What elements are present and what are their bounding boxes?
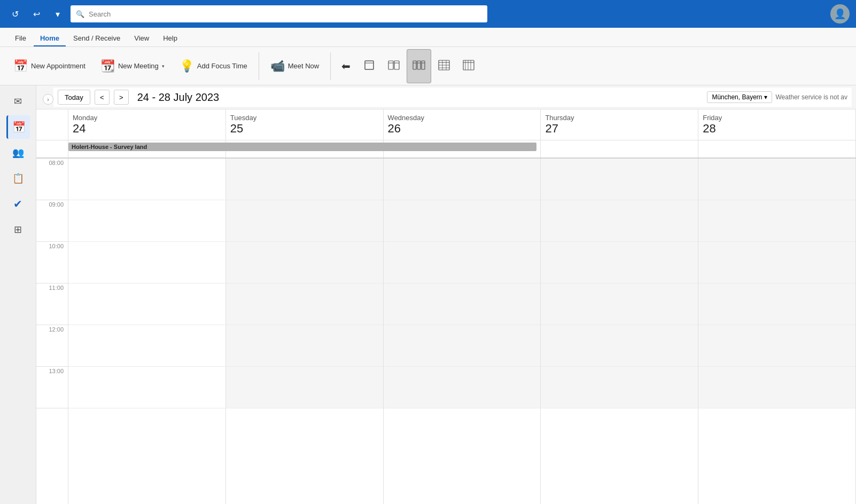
- undo-button[interactable]: ↩: [28, 5, 45, 22]
- days-cols: [68, 159, 856, 504]
- slot-thu-1000[interactable]: [541, 242, 698, 284]
- slot-tue-1100[interactable]: [226, 284, 383, 325]
- sidebar-item-tasks[interactable]: 📋: [6, 167, 30, 190]
- time-label-900: 09:00: [36, 200, 68, 242]
- week-view-button[interactable]: [407, 49, 431, 83]
- slot-tue-1300[interactable]: [226, 367, 383, 408]
- slot-mon-1100[interactable]: [68, 284, 225, 325]
- quick-access-dropdown[interactable]: ▾: [49, 5, 66, 22]
- day-header-wednesday: Wednesday 26: [384, 109, 541, 140]
- new-appointment-button[interactable]: 📅 New Appointment: [6, 49, 92, 83]
- avatar[interactable]: 👤: [830, 4, 850, 23]
- search-input[interactable]: [89, 10, 482, 18]
- new-meeting-button[interactable]: 📆 New Meeting ▾: [94, 49, 172, 83]
- time-label-1100: 11:00: [36, 284, 68, 325]
- cal-header: Today < > 24 - 28 July 2023 München, Bay…: [53, 88, 852, 107]
- work-week-icon: [388, 60, 400, 72]
- slot-thu-800[interactable]: [541, 159, 698, 200]
- slot-wed-900[interactable]: [384, 200, 541, 242]
- meet-now-icon: 📹: [270, 59, 285, 73]
- slot-tue-1000[interactable]: [226, 242, 383, 284]
- sidebar-item-apps[interactable]: ⊞: [6, 218, 30, 241]
- time-label-800: 08:00: [36, 159, 68, 200]
- day-col-wednesday: [384, 159, 541, 504]
- location-dropdown-icon: ▾: [764, 93, 767, 101]
- slot-thu-1100[interactable]: [541, 284, 698, 325]
- week-icon: [413, 60, 425, 72]
- slot-tue-900[interactable]: [226, 200, 383, 242]
- time-label-1200: 12:00: [36, 325, 68, 367]
- view-btn-group: ⬅: [335, 49, 480, 83]
- new-meeting-icon: 📆: [100, 59, 115, 73]
- work-week-view-button[interactable]: [382, 49, 406, 83]
- slot-thu-1300[interactable]: [541, 367, 698, 408]
- menu-view[interactable]: View: [128, 31, 155, 46]
- slot-fri-900[interactable]: [698, 200, 855, 242]
- sidebar-item-mail[interactable]: ✉: [6, 90, 30, 113]
- menu-help[interactable]: Help: [157, 31, 184, 46]
- slot-wed-1300[interactable]: [384, 367, 541, 408]
- allday-row: Holert-House - Survey land: [36, 140, 856, 159]
- sidebar-item-todo[interactable]: ✔: [6, 192, 30, 216]
- search-icon: 🔍: [76, 10, 84, 18]
- location-button[interactable]: München, Bayern ▾: [707, 91, 772, 103]
- search-bar: 🔍: [71, 5, 487, 22]
- collapse-panel-button[interactable]: ›: [43, 94, 53, 105]
- slot-mon-1200[interactable]: [68, 325, 225, 367]
- slot-fri-1300[interactable]: [698, 367, 855, 408]
- slot-fri-1100[interactable]: [698, 284, 855, 325]
- day-col-friday: [698, 159, 856, 504]
- time-label-1300: 13:00: [36, 367, 68, 408]
- more-view-icon: [463, 60, 474, 72]
- day-num-monday: 24: [73, 122, 221, 136]
- day-view-button[interactable]: [357, 49, 381, 83]
- day-num-thursday: 27: [545, 122, 694, 136]
- menu-home[interactable]: Home: [34, 31, 66, 46]
- slot-fri-1200[interactable]: [698, 325, 855, 367]
- slot-tue-800[interactable]: [226, 159, 383, 200]
- slot-wed-1000[interactable]: [384, 242, 541, 284]
- slot-fri-1000[interactable]: [698, 242, 855, 284]
- prev-button[interactable]: <: [95, 90, 110, 105]
- more-view-button[interactable]: [457, 49, 480, 83]
- today-button[interactable]: Today: [58, 90, 90, 105]
- sidebar-item-calendar[interactable]: 📅: [6, 115, 30, 139]
- go-back-view-button[interactable]: ⬅: [335, 49, 356, 83]
- refresh-button[interactable]: ↺: [6, 5, 24, 22]
- sidebar-item-people[interactable]: 👥: [6, 141, 30, 164]
- ribbon: 📅 New Appointment 📆 New Meeting ▾ 💡 Add …: [0, 47, 856, 85]
- time-gutter-header: [36, 109, 68, 140]
- meet-now-button[interactable]: 📹 Meet Now: [263, 49, 326, 83]
- day-header-thursday: Thursday 27: [541, 109, 698, 140]
- slot-tue-1200[interactable]: [226, 325, 383, 367]
- weather-text: Weather service is not av: [775, 93, 847, 101]
- ribbon-separator-2: [330, 52, 331, 80]
- slot-thu-1200[interactable]: [541, 325, 698, 367]
- month-view-button[interactable]: [432, 49, 456, 83]
- slot-mon-1300[interactable]: [68, 367, 225, 408]
- slot-mon-1000[interactable]: [68, 242, 225, 284]
- svg-rect-8: [422, 61, 425, 69]
- next-button[interactable]: >: [114, 90, 129, 105]
- slot-mon-800[interactable]: [68, 159, 225, 200]
- slot-wed-800[interactable]: [384, 159, 541, 200]
- titlebar: ↺ ↩ ▾ 🔍 👤: [0, 0, 856, 28]
- slot-wed-1200[interactable]: [384, 325, 541, 367]
- time-col: 08:00 09:00 10:00 11:00 12:00: [36, 159, 68, 504]
- new-appointment-label: New Appointment: [31, 62, 85, 70]
- cal-grid: Monday 24 Tuesday 25 Wednesday 26 Thursd…: [36, 109, 856, 504]
- svg-rect-2: [388, 61, 393, 69]
- day-name-friday: Friday: [703, 114, 851, 122]
- new-meeting-dropdown-arrow[interactable]: ▾: [162, 64, 165, 69]
- slot-thu-900[interactable]: [541, 200, 698, 242]
- add-focus-time-button[interactable]: 💡 Add Focus Time: [173, 49, 254, 83]
- day-view-icon: [364, 60, 375, 72]
- menu-send-receive[interactable]: Send / Receive: [67, 31, 127, 46]
- allday-event-holert[interactable]: Holert-House - Survey land: [68, 143, 536, 151]
- slot-fri-800[interactable]: [698, 159, 855, 200]
- slot-wed-1100[interactable]: [384, 284, 541, 325]
- slot-mon-900[interactable]: [68, 200, 225, 242]
- menu-file[interactable]: File: [9, 31, 33, 46]
- day-num-tuesday: 25: [230, 122, 379, 136]
- svg-rect-7: [417, 61, 421, 69]
